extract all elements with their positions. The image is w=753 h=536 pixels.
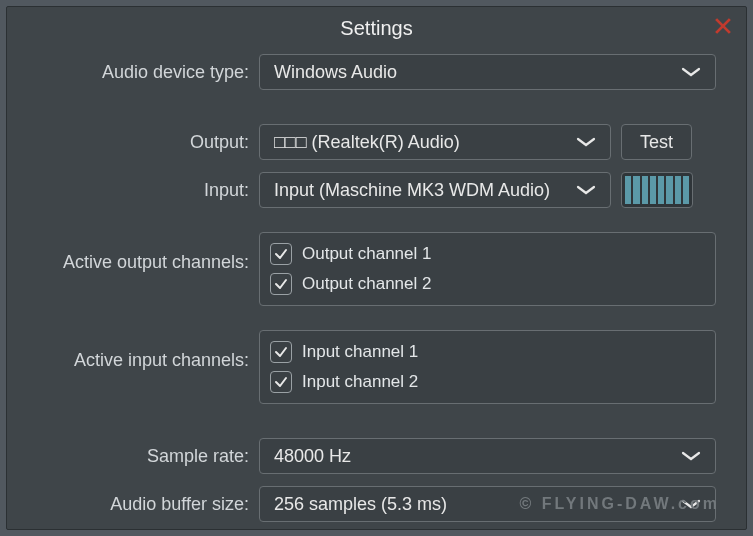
output-value: □□□ (Realtek(R) Audio) bbox=[274, 132, 460, 153]
label-input: Input: bbox=[37, 180, 259, 201]
input-value: Input (Maschine MK3 WDM Audio) bbox=[274, 180, 550, 201]
input-channel-checkbox[interactable] bbox=[270, 341, 292, 363]
active-input-list: Input channel 1Input channel 2 bbox=[259, 330, 716, 404]
row-output: Output: □□□ (Realtek(R) Audio) Test bbox=[37, 124, 716, 160]
test-button[interactable]: Test bbox=[621, 124, 692, 160]
label-sample-rate: Sample rate: bbox=[37, 446, 259, 467]
row-active-input: Active input channels: Input channel 1In… bbox=[37, 330, 716, 404]
sample-rate-dropdown[interactable]: 48000 Hz bbox=[259, 438, 716, 474]
content: Audio device type: Windows Audio Output:… bbox=[7, 54, 746, 522]
output-channel-checkbox[interactable] bbox=[270, 243, 292, 265]
settings-panel: Settings Audio device type: Windows Audi… bbox=[6, 6, 747, 530]
input-dropdown[interactable]: Input (Maschine MK3 WDM Audio) bbox=[259, 172, 611, 208]
sample-rate-value: 48000 Hz bbox=[274, 446, 351, 467]
chevron-down-icon bbox=[576, 136, 596, 148]
row-active-output: Active output channels: Output channel 1… bbox=[37, 232, 716, 306]
device-type-value: Windows Audio bbox=[274, 62, 397, 83]
output-dropdown[interactable]: □□□ (Realtek(R) Audio) bbox=[259, 124, 611, 160]
input-channel-row[interactable]: Input channel 2 bbox=[270, 367, 705, 397]
output-channel-row[interactable]: Output channel 2 bbox=[270, 269, 705, 299]
active-output-list: Output channel 1Output channel 2 bbox=[259, 232, 716, 306]
window-title: Settings bbox=[340, 17, 412, 39]
buffer-size-value: 256 samples (5.3 ms) bbox=[274, 494, 447, 515]
test-button-label: Test bbox=[640, 132, 673, 153]
label-buffer-size: Audio buffer size: bbox=[37, 494, 259, 515]
row-sample-rate: Sample rate: 48000 Hz bbox=[37, 438, 716, 474]
input-channel-label: Input channel 2 bbox=[302, 372, 418, 392]
input-channel-label: Input channel 1 bbox=[302, 342, 418, 362]
watermark: © FLYING-DAW.com bbox=[519, 495, 720, 513]
row-input: Input: Input (Maschine MK3 WDM Audio) bbox=[37, 172, 716, 208]
chevron-down-icon bbox=[681, 66, 701, 78]
label-active-output: Active output channels: bbox=[37, 232, 259, 273]
output-channel-row[interactable]: Output channel 1 bbox=[270, 239, 705, 269]
input-level-meter bbox=[621, 172, 693, 208]
input-channel-checkbox[interactable] bbox=[270, 371, 292, 393]
label-device-type: Audio device type: bbox=[37, 62, 259, 83]
device-type-dropdown[interactable]: Windows Audio bbox=[259, 54, 716, 90]
label-output: Output: bbox=[37, 132, 259, 153]
label-active-input: Active input channels: bbox=[37, 330, 259, 371]
titlebar: Settings bbox=[7, 7, 746, 54]
output-channel-label: Output channel 1 bbox=[302, 244, 431, 264]
row-device-type: Audio device type: Windows Audio bbox=[37, 54, 716, 90]
chevron-down-icon bbox=[576, 184, 596, 196]
chevron-down-icon bbox=[681, 450, 701, 462]
output-channel-label: Output channel 2 bbox=[302, 274, 431, 294]
input-channel-row[interactable]: Input channel 1 bbox=[270, 337, 705, 367]
close-icon bbox=[712, 15, 734, 37]
close-button[interactable] bbox=[712, 15, 734, 37]
output-channel-checkbox[interactable] bbox=[270, 273, 292, 295]
